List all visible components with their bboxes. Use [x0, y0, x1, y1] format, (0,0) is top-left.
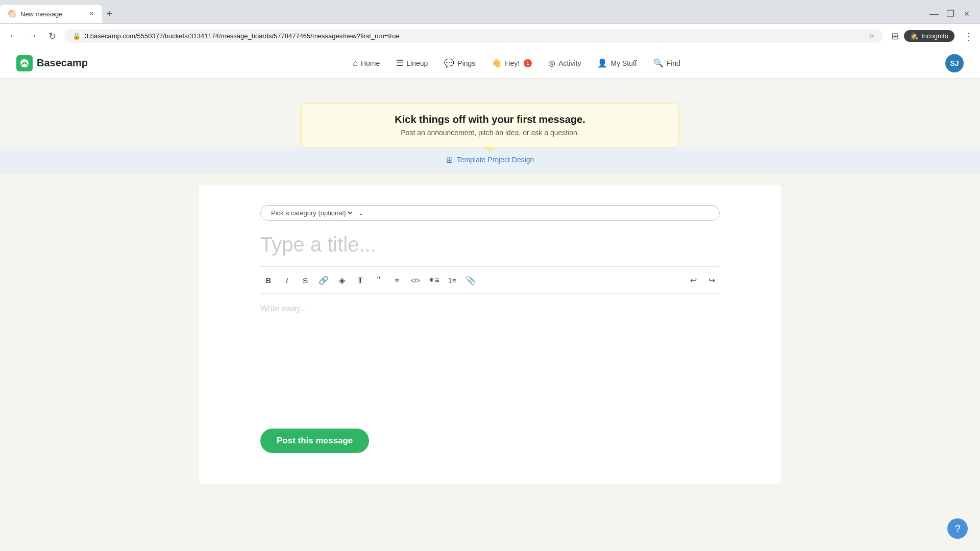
pings-icon: 💬	[444, 58, 454, 68]
url-text: 3.basecamp.com/5550377/buckets/31341174/…	[85, 32, 865, 40]
nav-activity-label: Activity	[558, 59, 581, 67]
find-icon: 🔍	[653, 58, 664, 68]
maximize-button[interactable]: ❐	[943, 7, 958, 21]
hey-notification-badge: 1	[524, 59, 532, 67]
sidebar-toggle-icon[interactable]: ⊞	[891, 31, 899, 42]
logo[interactable]: Basecamp	[16, 55, 88, 71]
logo-icon	[16, 55, 33, 71]
activity-icon: ◎	[548, 58, 555, 68]
user-avatar[interactable]: SJ	[945, 54, 964, 72]
tab-favicon	[8, 10, 16, 18]
reload-button[interactable]: ↻	[45, 29, 59, 43]
nav-my-stuff[interactable]: 👤 My Stuff	[590, 55, 644, 71]
nav-my-stuff-label: My Stuff	[610, 59, 636, 67]
incognito-label: Incognito	[921, 32, 948, 40]
attach-button[interactable]: 📎	[462, 272, 479, 288]
italic-button[interactable]: I	[279, 272, 295, 288]
incognito-icon: 🕵	[910, 32, 918, 40]
forward-button[interactable]: →	[26, 29, 40, 43]
link-button[interactable]: 🔗	[315, 272, 332, 288]
nav-lineup-label: Lineup	[406, 59, 428, 67]
redo-button[interactable]: ↪	[703, 272, 720, 288]
back-button[interactable]: ←	[6, 29, 20, 43]
help-button[interactable]: ?	[947, 518, 968, 539]
formatting-toolbar: B I S 🔗 ◈ T̲ " ≡ </> ⁕≡ 1≡ 📎 ↩ ↪	[260, 266, 720, 294]
code-button[interactable]: </>	[407, 272, 424, 288]
tab-title: New message	[20, 10, 62, 18]
align-button[interactable]: ≡	[389, 272, 405, 288]
nav-find-label: Find	[667, 59, 680, 67]
chevron-down-icon: ⌄	[358, 209, 364, 217]
nav-hey-label: Hey!	[505, 59, 520, 67]
tip-banner: Kick things off with your first message.…	[301, 103, 679, 147]
my-stuff-icon: 👤	[597, 58, 607, 68]
nav-lineup[interactable]: ☰ Lineup	[389, 55, 435, 71]
main-nav: ⌂ Home ☰ Lineup 💬 Pings 👋 Hey! 1 ◎ Activ…	[346, 55, 688, 71]
post-message-button[interactable]: Post this message	[260, 429, 369, 453]
nav-home-label: Home	[361, 59, 380, 67]
tip-banner-heading: Kick things off with your first message.	[322, 114, 658, 126]
minimize-button[interactable]: —	[927, 7, 941, 21]
nav-hey[interactable]: 👋 Hey! 1	[484, 55, 539, 71]
numbered-list-button[interactable]: 1≡	[444, 272, 460, 288]
new-tab-button[interactable]: +	[102, 7, 116, 21]
undo-button[interactable]: ↩	[685, 272, 701, 288]
tip-banner-body: Post an announcement, pitch an idea, or …	[322, 129, 658, 137]
browser-menu-button[interactable]: ⋮	[964, 30, 974, 42]
strikethrough-button[interactable]: S	[297, 272, 313, 288]
highlight-button[interactable]: ◈	[334, 272, 350, 288]
nav-activity[interactable]: ◎ Activity	[541, 55, 588, 71]
toolbar-right: ↩ ↪	[685, 272, 720, 288]
nav-find[interactable]: 🔍 Find	[646, 55, 688, 71]
category-select[interactable]: Pick a category (optional) ⌄	[260, 205, 720, 221]
hey-icon: 👋	[492, 58, 502, 68]
logo-text: Basecamp	[37, 57, 88, 69]
app-header: Basecamp ⌂ Home ☰ Lineup 💬 Pings 👋 Hey! …	[0, 48, 980, 79]
tab-close-button[interactable]: ×	[89, 9, 94, 18]
bookmark-icon[interactable]: ☆	[869, 32, 875, 40]
window-controls: — ❐ ×	[927, 7, 980, 21]
nav-pings[interactable]: 💬 Pings	[437, 55, 482, 71]
nav-pings-label: Pings	[457, 59, 475, 67]
form-container: Pick a category (optional) ⌄ B I S 🔗 ◈ T…	[199, 185, 781, 484]
title-input[interactable]	[260, 233, 720, 256]
grid-icon: ⊞	[446, 155, 453, 165]
url-bar[interactable]: 🔒 3.basecamp.com/5550377/buckets/3134117…	[64, 29, 883, 43]
project-link[interactable]: Template Project Design	[457, 156, 534, 164]
quote-button[interactable]: "	[371, 272, 387, 288]
main-content: Kick things off with your first message.…	[0, 79, 980, 551]
close-button[interactable]: ×	[960, 7, 974, 21]
heading-button[interactable]: T̲	[352, 272, 369, 288]
nav-home[interactable]: ⌂ Home	[346, 55, 387, 71]
tab-bar: New message × + — ❐ ×	[0, 0, 980, 23]
category-dropdown[interactable]: Pick a category (optional)	[269, 209, 354, 217]
incognito-indicator: 🕵 Incognito	[904, 30, 954, 42]
lineup-icon: ☰	[396, 58, 403, 68]
bullet-list-button[interactable]: ⁕≡	[426, 272, 442, 288]
home-icon: ⌂	[353, 59, 358, 68]
bold-button[interactable]: B	[260, 272, 277, 288]
browser-frame: New message × + — ❐ × ← → ↻ 🔒 3.basecamp…	[0, 0, 980, 551]
body-input[interactable]	[260, 304, 720, 406]
address-bar: ← → ↻ 🔒 3.basecamp.com/5550377/buckets/3…	[0, 23, 980, 48]
active-tab[interactable]: New message ×	[0, 5, 102, 23]
